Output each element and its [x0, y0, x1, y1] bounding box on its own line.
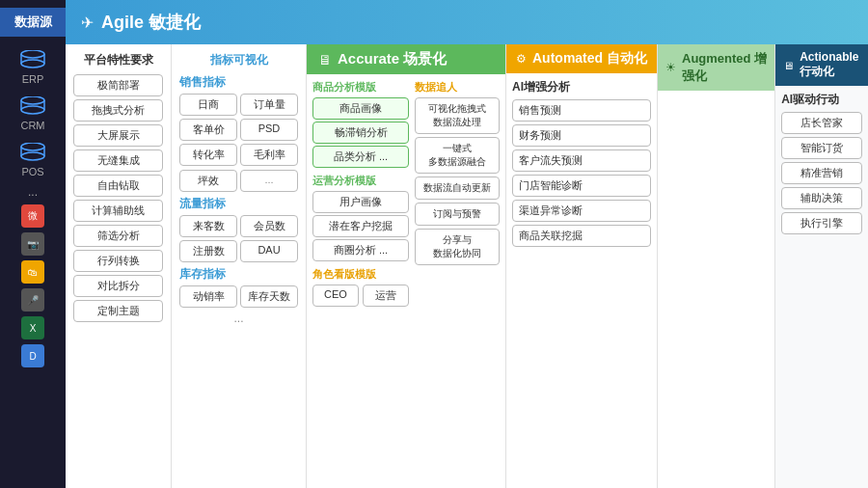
ai-sales-predict[interactable]: 销售预测 — [512, 99, 651, 122]
tracker-visual[interactable]: 可视化拖拽式数据流处理 — [415, 97, 500, 134]
agile-icon: ✈ — [81, 14, 94, 32]
mic-icon[interactable]: 🎤 — [21, 288, 44, 312]
feature-shaixuan[interactable]: 筛选分析 — [73, 225, 163, 247]
tracker-title: 数据追人 — [415, 80, 500, 95]
augmented-body — [658, 91, 774, 488]
action-zhengduo[interactable]: 智能订货 — [781, 137, 862, 159]
ops-shangjuan[interactable]: 商圈分析 ... — [312, 239, 409, 261]
ai-drive-title: AI驱动行动 — [781, 92, 862, 108]
ai-churn-predict[interactable]: 客户流失预测 — [512, 149, 651, 172]
augmented-header: ☀ Augmented 增强化 — [658, 44, 774, 91]
ai-store-diag[interactable]: 门店智能诊断 — [512, 175, 651, 197]
goods-huaxiang[interactable]: 商品画像 — [312, 97, 409, 120]
metric-laike[interactable]: 来客数 — [179, 215, 237, 237]
automated-area: ⚙ Automated 自动化 AI增强分析 销售预测 财务预测 客户流失预测 … — [506, 44, 658, 488]
ops-title: 运营分析模版 — [312, 174, 409, 188]
svg-point-3 — [21, 60, 44, 68]
metric-zhuanhua[interactable]: 转化率 — [179, 144, 237, 166]
goods-pinlei[interactable]: 品类分析 ... — [312, 146, 409, 168]
svg-point-4 — [21, 96, 44, 104]
feature-hanglie[interactable]: 行列转换 — [73, 250, 163, 272]
metric-pingxiao[interactable]: 坪效 — [179, 170, 237, 192]
feature-duibi[interactable]: 对比拆分 — [73, 275, 163, 297]
metric-maoli[interactable]: 毛利率 — [240, 144, 298, 166]
ai-channel-diag[interactable]: 渠道异常诊断 — [512, 200, 651, 222]
ai-product-mine[interactable]: 商品关联挖掘 — [512, 225, 651, 247]
sidebar-title: 数据源 — [0, 8, 66, 37]
feature-daping[interactable]: 大屏展示 — [73, 124, 163, 147]
body-area: 平台特性要求 极简部署 拖拽式分析 大屏展示 无缝集成 自由钻取 计算辅助线 筛… — [66, 44, 868, 488]
role-title: 角色看版模版 — [312, 267, 409, 282]
svg-point-11 — [21, 152, 44, 160]
feature-jianjian[interactable]: 极简部署 — [73, 74, 163, 96]
feature-ziyou[interactable]: 自由钻取 — [73, 175, 163, 197]
role-ops[interactable]: 运营 — [363, 285, 409, 307]
erp-label: ERP — [22, 73, 44, 85]
metric-dingdan[interactable]: 订单量 — [240, 94, 298, 116]
accurate-title: Accurate 场景化 — [338, 50, 447, 68]
sidebar-item-crm[interactable]: CRM — [17, 93, 48, 131]
accurate-header: 🖥 Accurate 场景化 — [307, 44, 505, 74]
feature-tuozhuai[interactable]: 拖拽式分析 — [73, 99, 163, 122]
camera-icon[interactable]: 📷 — [21, 232, 44, 256]
action-zhixing[interactable]: 执行引擎 — [781, 212, 862, 234]
augmented-area: ☀ Augmented 增强化 — [658, 44, 775, 488]
metric-zhuce[interactable]: 注册数 — [179, 240, 237, 262]
actionable-header: 🖥 Actionable行动化 — [775, 44, 868, 86]
goods-changzhi[interactable]: 畅滞销分析 — [312, 122, 409, 144]
automated-title: Automated 自动化 — [532, 50, 647, 68]
metric-dau[interactable]: DAU — [240, 240, 298, 262]
augmented-title: Augmented 增强化 — [682, 50, 767, 85]
crm-label: CRM — [20, 120, 44, 131]
metric-dots1: ... — [240, 170, 298, 192]
goods-title: 商品分析模版 — [312, 80, 409, 95]
action-jingzhun[interactable]: 精准营销 — [781, 162, 862, 184]
inventory-grid: 动销率 库存天数 — [179, 285, 298, 308]
flow-grid: 来客数 会员数 注册数 DAU — [179, 215, 298, 262]
metric-kucun[interactable]: 库存天数 — [240, 285, 298, 308]
metric-dongxiao[interactable]: 动销率 — [179, 285, 237, 308]
crm-icon — [17, 93, 48, 120]
accurate-icon: 🖥 — [318, 52, 332, 68]
accurate-area: 🖥 Accurate 场景化 商品分析模版 商品画像 畅滞销分析 品类分析 ..… — [307, 44, 506, 488]
metrics-column: 指标可视化 销售指标 日商 订单量 客单价 PSD 转化率 毛利率 坪效 ...… — [172, 44, 307, 488]
metric-rishang[interactable]: 日商 — [179, 94, 237, 116]
action-fuzhu[interactable]: 辅助决策 — [781, 187, 862, 209]
pos-label: POS — [21, 166, 43, 177]
platform-column: 平台特性要求 极简部署 拖拽式分析 大屏展示 无缝集成 自由钻取 计算辅助线 筛… — [66, 44, 172, 488]
sidebar-item-pos[interactable]: POS — [17, 139, 48, 177]
ops-qianzai[interactable]: 潜在客户挖掘 — [312, 215, 409, 237]
data-tracker-col: 数据追人 可视化拖拽式数据流处理 一键式多数据源融合 数据流自动更新 订阅与预警… — [415, 80, 500, 482]
content-area: ✈ Agile 敏捷化 平台特性要求 极简部署 拖拽式分析 大屏展示 无缝集成 … — [66, 0, 868, 488]
metric-psd[interactable]: PSD — [240, 119, 298, 141]
data-icon[interactable]: D — [21, 344, 44, 367]
tracker-subscribe[interactable]: 订阅与预警 — [415, 203, 500, 226]
sales-extra-grid: 坪效 ... — [179, 170, 298, 192]
feature-jisuan[interactable]: 计算辅助线 — [73, 200, 163, 222]
action-dianchang[interactable]: 店长管家 — [781, 112, 862, 134]
accurate-body: 商品分析模版 商品画像 畅滞销分析 品类分析 ... 运营分析模版 用户画像 潜… — [307, 74, 505, 488]
feature-dingzhi[interactable]: 定制主题 — [73, 300, 163, 322]
automated-body: AI增强分析 销售预测 财务预测 客户流失预测 门店智能诊断 渠道异常诊断 商品… — [506, 73, 657, 488]
excel-icon[interactable]: X — [21, 316, 44, 339]
metric-huiyuan[interactable]: 会员数 — [240, 215, 298, 237]
ai-analysis-title: AI增强分析 — [512, 79, 651, 95]
main-container: 数据源 ERP C — [0, 0, 868, 488]
sidebar: 数据源 ERP C — [0, 0, 66, 488]
actionable-title: Actionable行动化 — [800, 50, 860, 80]
shopping-icon[interactable]: 🛍 — [21, 260, 44, 284]
sidebar-item-erp[interactable]: ERP — [17, 46, 48, 85]
ai-finance-predict[interactable]: 财务预测 — [512, 124, 651, 147]
sidebar-item-more: ... — [28, 185, 38, 199]
tracker-yijian[interactable]: 一键式多数据源融合 — [415, 137, 500, 174]
sales-metrics-title: 销售指标 — [179, 74, 298, 91]
feature-wufeng[interactable]: 无缝集成 — [73, 149, 163, 172]
role-ceo[interactable]: CEO — [312, 285, 359, 307]
tracker-share[interactable]: 分享与数据化协同 — [415, 229, 500, 265]
metric-kedanjia[interactable]: 客单价 — [179, 119, 237, 141]
weibo-icon[interactable]: 微 — [21, 204, 44, 228]
agile-header: ✈ Agile 敏捷化 — [66, 0, 868, 44]
tracker-auto[interactable]: 数据流自动更新 — [415, 176, 500, 200]
ops-yonghu[interactable]: 用户画像 — [312, 191, 409, 213]
platform-title: 平台特性要求 — [73, 52, 163, 68]
